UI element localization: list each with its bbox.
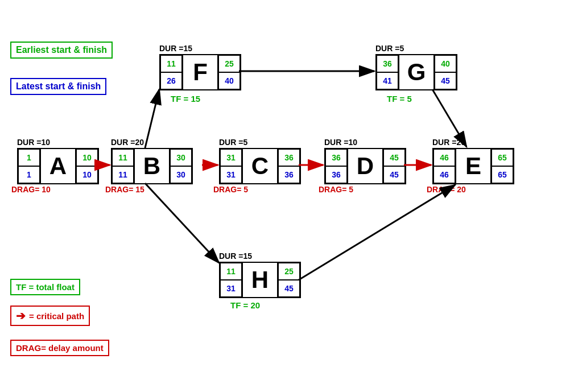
E-br: 65 — [492, 166, 513, 183]
A-tr: 10 — [76, 149, 98, 166]
A-label: A — [40, 149, 76, 183]
F-br: 40 — [218, 72, 240, 89]
critical-label: = critical path — [29, 311, 84, 321]
A-drag: DRAG= 10 — [11, 185, 51, 194]
node-F: 11 F 25 26 40 — [159, 54, 241, 90]
E-drag: DRAG= 20 — [427, 185, 466, 194]
F-dur: DUR =15 — [159, 44, 192, 53]
A-br: 10 — [76, 166, 98, 183]
arrow-B-F — [145, 89, 159, 148]
C-tl: 31 — [220, 149, 242, 166]
B-tr: 30 — [170, 149, 192, 166]
B-tl: 11 — [112, 149, 134, 166]
B-dur: DUR =20 — [111, 138, 144, 147]
D-tl: 36 — [325, 149, 347, 166]
H-br: 45 — [278, 280, 300, 297]
node-B: 11 B 30 11 30 — [111, 148, 193, 184]
H-label: H — [242, 263, 278, 297]
C-label: C — [242, 149, 278, 183]
H-dur: DUR =15 — [219, 251, 252, 261]
A-dur: DUR =10 — [17, 138, 50, 147]
critical-legend: ➔ = critical path — [10, 306, 90, 326]
node-H: 11 H 25 31 45 — [219, 262, 301, 298]
D-tr: 45 — [383, 149, 405, 166]
D-bl: 36 — [325, 166, 347, 183]
B-br: 30 — [170, 166, 192, 183]
earliest-legend: Earliest start & finish — [10, 42, 113, 59]
G-tf: TF = 5 — [387, 94, 412, 104]
node-G: 36 G 40 41 45 — [375, 54, 457, 90]
E-tl: 46 — [433, 149, 455, 166]
D-br: 45 — [383, 166, 405, 183]
C-drag: DRAG= 5 — [213, 185, 248, 194]
arrow-H-E — [299, 185, 455, 280]
E-dur: DUR =20 — [432, 138, 465, 147]
earliest-label: Earliest start & finish — [16, 45, 107, 55]
arrows-overlay — [0, 0, 574, 392]
node-C: 31 C 36 31 36 — [219, 148, 301, 184]
G-tl: 36 — [377, 55, 398, 72]
F-label: F — [182, 55, 218, 89]
C-dur: DUR =5 — [219, 138, 247, 147]
C-br: 36 — [278, 166, 300, 183]
tf-label: TF = total float — [16, 282, 75, 292]
E-bl: 46 — [433, 166, 455, 183]
critical-arrow-icon: ➔ — [16, 309, 26, 323]
D-drag: DRAG= 5 — [319, 185, 353, 194]
H-bl: 31 — [220, 280, 242, 297]
H-tl: 11 — [220, 263, 242, 280]
drag-legend: DRAG= delay amount — [10, 340, 109, 356]
B-bl: 11 — [112, 166, 134, 183]
node-A: 1 A 10 1 10 — [17, 148, 99, 184]
H-tr: 25 — [278, 263, 300, 280]
latest-label: Latest start & finish — [16, 81, 101, 91]
A-bl: 1 — [18, 166, 40, 183]
F-tf: TF = 15 — [171, 94, 200, 104]
node-E: 46 E 65 46 65 — [432, 148, 514, 184]
drag-label: DRAG= delay amount — [16, 343, 104, 353]
G-br: 45 — [435, 72, 456, 89]
A-tl: 1 — [18, 149, 40, 166]
tf-legend: TF = total float — [10, 279, 80, 295]
B-drag: DRAG= 15 — [105, 185, 144, 194]
E-tr: 65 — [492, 149, 513, 166]
latest-legend: Latest start & finish — [10, 78, 106, 95]
node-D: 36 D 45 36 45 — [324, 148, 406, 184]
F-bl: 26 — [160, 72, 182, 89]
G-tr: 40 — [435, 55, 456, 72]
E-label: E — [455, 149, 492, 183]
D-label: D — [347, 149, 383, 183]
G-bl: 41 — [377, 72, 398, 89]
G-label: G — [398, 55, 435, 89]
G-dur: DUR =5 — [375, 44, 404, 53]
H-tf: TF = 20 — [230, 300, 260, 310]
F-tl: 11 — [160, 55, 182, 72]
B-label: B — [134, 149, 170, 183]
C-tr: 36 — [278, 149, 300, 166]
C-bl: 31 — [220, 166, 242, 183]
F-tr: 25 — [218, 55, 240, 72]
arrow-B-H — [145, 183, 219, 263]
D-dur: DUR =10 — [324, 138, 357, 147]
